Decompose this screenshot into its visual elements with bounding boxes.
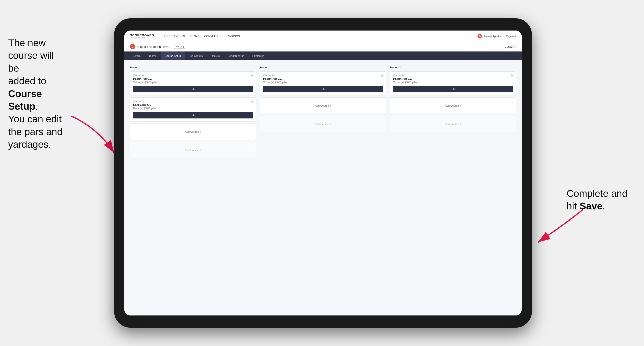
left-annotation: The new course will be added to Course S… — [8, 37, 65, 151]
round1-course-b-delete[interactable]: ⊟ — [250, 100, 254, 103]
tournament-bar: C Clippd Invitational (Men) Hosting Canc… — [124, 42, 522, 51]
logo-sub: Powered by clippd — [130, 37, 154, 39]
round1-course-a-label: (Course A) — [133, 74, 253, 77]
tournament-name: Clippd Invitational — [137, 45, 162, 48]
round2-add-course-1[interactable]: Add Course + — [260, 98, 386, 114]
round2-course-a-detail: Yellow (M) (6629 yds) — [263, 81, 383, 84]
round1-add-course-2-label: Add Course + — [185, 149, 201, 152]
top-nav: SCOREBOARD Powered by clippd TOURNAMENTS… — [124, 30, 522, 42]
round-1-title: Round 1 — [130, 66, 256, 69]
sign-out-link[interactable]: Sign out — [506, 35, 516, 38]
tournament-logo: C — [130, 44, 135, 49]
round1-course-b-card: (Course B) East Lake GC Black (M) (6891 … — [130, 98, 256, 122]
tournament-type: (Men) — [163, 45, 170, 48]
round3-add-course-2: Add Course + — [390, 116, 516, 132]
round1-course-b-name: East Lake GC — [133, 103, 253, 106]
tournament-status: Hosting — [173, 45, 186, 49]
round3-add-course-1-label: Add Course + — [445, 104, 461, 107]
tab-printables[interactable]: Printables — [248, 51, 268, 60]
round3-add-course-2-label: Add Course + — [445, 123, 461, 126]
round3-course-a-card: (Course A) Peachtree GC Yellow (M) (6629… — [390, 71, 516, 95]
nav-tournaments[interactable]: TOURNAMENTS — [164, 35, 185, 38]
nav-committee[interactable]: COMMITTEE — [204, 35, 221, 38]
logo-scoreboard: SCOREBOARD — [130, 33, 154, 37]
round2-course-a-card: (Course A) Peachtree GC Yellow (M) (6629… — [260, 71, 386, 95]
nav-links: TOURNAMENTS TEAMS COMMITTEE RANKINGS — [164, 35, 471, 38]
nav-right: blair@clippd.io | Sign out — [478, 34, 516, 38]
round1-course-a-edit[interactable]: Edit — [133, 86, 253, 92]
logo-area: SCOREBOARD Powered by clippd — [130, 33, 154, 39]
round2-course-a-delete[interactable]: ⊟ — [380, 74, 384, 77]
cancel-button[interactable]: Cancel ✕ — [505, 45, 516, 48]
round1-course-a-delete[interactable]: ⊟ — [250, 74, 254, 77]
round1-add-course-1-label: Add Course + — [185, 130, 201, 133]
round1-course-b-edit[interactable]: Edit — [133, 112, 253, 119]
round3-course-a-edit[interactable]: Edit — [393, 86, 513, 92]
user-avatar — [478, 34, 482, 38]
round1-add-course-1[interactable]: Add Course + — [130, 124, 256, 140]
round1-add-course-2: Add Course + — [130, 142, 256, 158]
main-content: Round 1 (Course A) Peachtree GC Yellow (… — [124, 60, 522, 316]
round2-add-course-2: Add Course + — [260, 116, 386, 132]
round-2-section: Round 2 (Course A) Peachtree GC Yellow (… — [260, 66, 386, 160]
round1-course-b-label: (Course B) — [133, 100, 253, 103]
tab-course-setup[interactable]: Course Setup — [160, 51, 185, 60]
left-arrow — [67, 112, 120, 165]
tab-teams[interactable]: Teams — [145, 51, 160, 60]
user-email: blair@clippd.io — [484, 35, 501, 38]
round3-course-a-label: (Course A) — [393, 74, 513, 77]
round2-add-course-1-label: Add Course + — [315, 104, 331, 107]
tablet-device: SCOREBOARD Powered by clippd TOURNAMENTS… — [114, 18, 532, 328]
round-1-section: Round 1 (Course A) Peachtree GC Yellow (… — [130, 66, 256, 160]
round2-course-a-edit[interactable]: Edit — [263, 86, 383, 92]
round-3-section: Round 3 (Course A) Peachtree GC Yellow (… — [390, 66, 516, 160]
round3-course-a-delete[interactable]: ⊟ — [510, 74, 514, 77]
separator: | — [504, 35, 504, 38]
right-annotation: Complete and hit Save. — [566, 187, 636, 213]
round1-course-a-card: (Course A) Peachtree GC Yellow (M) (6629… — [130, 71, 256, 95]
round2-add-course-2-label: Add Course + — [315, 123, 331, 126]
tab-tee-groups[interactable]: Tee Groups — [185, 51, 207, 60]
round2-course-a-label: (Course A) — [263, 74, 383, 77]
round1-course-b-detail: Black (M) (6891 yds) — [133, 107, 253, 110]
round-2-title: Round 2 — [260, 66, 386, 69]
round2-course-a-name: Peachtree GC — [263, 77, 383, 80]
rounds-grid: Round 1 (Course A) Peachtree GC Yellow (… — [130, 66, 516, 160]
tab-nav: Details Teams Course Setup Tee Groups Re… — [124, 51, 522, 60]
round1-course-a-detail: Yellow (M) (6629 yds) — [133, 81, 253, 84]
round3-course-a-detail: Yellow (M) (6629 yds) — [393, 81, 513, 84]
round-3-title: Round 3 — [390, 66, 516, 69]
nav-teams[interactable]: TEAMS — [190, 35, 199, 38]
round3-course-a-name: Peachtree GC — [393, 77, 513, 80]
nav-rankings[interactable]: RANKINGS — [226, 35, 240, 38]
tab-results[interactable]: Results — [207, 51, 224, 60]
round3-add-course-1[interactable]: Add Course + — [390, 98, 516, 114]
round1-course-a-name: Peachtree GC — [133, 77, 253, 80]
tab-leaderboards[interactable]: Leaderboards — [224, 51, 248, 60]
tab-details[interactable]: Details — [128, 51, 145, 60]
tablet-screen: SCOREBOARD Powered by clippd TOURNAMENTS… — [124, 30, 522, 316]
